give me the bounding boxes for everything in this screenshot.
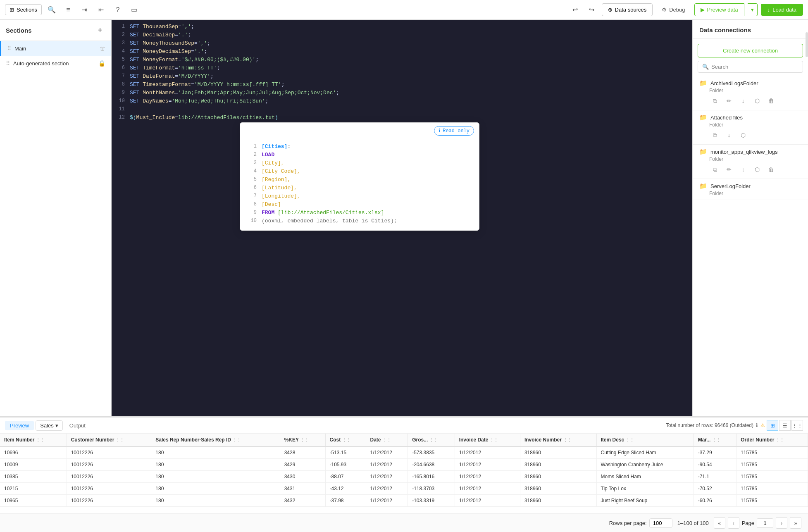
table-column-header[interactable]: Gros...⋮⋮ <box>408 434 455 446</box>
table-cell: 1/12/2012 <box>455 471 520 483</box>
associate-connection-button[interactable]: ⬡ <box>751 164 763 175</box>
next-page-button[interactable]: › <box>776 517 787 529</box>
edit-connection-button[interactable]: ✏ <box>723 95 735 107</box>
table-column-header[interactable]: Cost⋮⋮ <box>325 434 366 446</box>
create-connection-label: Create new connection <box>723 48 778 54</box>
table-column-header[interactable]: %KEY⋮⋮ <box>280 434 325 446</box>
redo-button[interactable]: ↪ <box>585 3 598 17</box>
read-only-badge[interactable]: ℹ Read only <box>434 126 474 136</box>
select-connection-button[interactable]: ↓ <box>723 129 735 141</box>
table-cell: -37.98 <box>325 495 366 507</box>
code-line: 11 <box>112 106 692 114</box>
select-connection-button[interactable]: ↓ <box>737 164 749 175</box>
popup-line-content: (ooxml, embedded labels, table is Cities… <box>262 218 397 224</box>
debug-button[interactable]: ⚙ Debug <box>656 4 691 16</box>
select-connection-button[interactable]: ↓ <box>737 95 749 107</box>
tab-output[interactable]: Output <box>64 421 91 430</box>
sort-icon: ⋮⋮ <box>342 438 350 442</box>
table-cell: -60.26 <box>694 495 736 507</box>
sort-icon: ⋮⋮ <box>712 438 720 442</box>
table-column-header[interactable]: Order Number⋮⋮ <box>736 434 808 446</box>
preview-data-icon: ▶ <box>701 7 705 13</box>
table-column-header[interactable]: Mar...⋮⋮ <box>694 434 736 446</box>
load-data-button[interactable]: ↓ Load data <box>761 4 803 16</box>
sections-toggle-button[interactable]: ⊞ Sections <box>5 4 42 15</box>
popup-header: ℹ Read only <box>240 123 479 139</box>
sidebar-item-main[interactable]: ⠿ Main 🗑 <box>0 41 111 56</box>
page-label: Page <box>742 520 754 526</box>
connections-list: 📁ArchivedLogsFolderFolder⧉✏↓⬡🗑📁Attached … <box>693 76 808 416</box>
outdent-button[interactable]: ⇤ <box>95 3 108 17</box>
table-cell: -165.8016 <box>408 471 455 483</box>
table-cell: 3428 <box>280 446 325 459</box>
first-page-button[interactable]: « <box>714 517 725 529</box>
table-cell: Moms Sliced Ham <box>596 471 694 483</box>
table-cell: 318960 <box>520 495 596 507</box>
scrollbar[interactable] <box>806 32 808 57</box>
table-cell: -88.07 <box>325 471 366 483</box>
drag-handle-icon: ⠿ <box>7 45 11 52</box>
grid-view-button[interactable]: ⊞ <box>767 420 778 431</box>
delete-section-icon[interactable]: 🗑 <box>100 45 105 52</box>
connection-item: 📁Attached filesFolder⧉↓⬡ <box>693 110 808 145</box>
help-button[interactable]: ? <box>111 3 124 17</box>
read-only-label: Read only <box>443 128 470 134</box>
code-editor[interactable]: 1SET ThousandSep=',';2SET DecimalSep='.'… <box>112 20 692 416</box>
line-content: SET MoneyThousandSep=','; <box>130 40 692 46</box>
rows-per-page-select[interactable]: 100 50 25 <box>649 518 672 528</box>
table-column-header[interactable]: Item Desc⋮⋮ <box>596 434 694 446</box>
table-column-header[interactable]: Sales Rep Number-Sales Rep ID⋮⋮ <box>151 434 280 446</box>
last-page-button[interactable]: » <box>790 517 801 529</box>
table-column-header[interactable]: Customer Number⋮⋮ <box>67 434 151 446</box>
table-cell: 1/12/2012 <box>455 495 520 507</box>
data-sources-button[interactable]: ⊕ Data sources <box>602 3 653 16</box>
sidebar-item-auto-generated[interactable]: ⠿ Auto-generated section 🔒 <box>0 56 111 71</box>
edit-connection-button[interactable]: ✏ <box>723 164 735 175</box>
format-button[interactable]: ≡ <box>62 3 75 17</box>
prev-page-button[interactable]: ‹ <box>728 517 739 529</box>
connections-search-input[interactable] <box>711 64 798 70</box>
associate-connection-button[interactable]: ⬡ <box>751 95 763 107</box>
sales-dropdown[interactable]: Sales ▾ <box>36 420 63 431</box>
table-column-header[interactable]: Invoice Number⋮⋮ <box>520 434 596 446</box>
snippet-button[interactable]: ▭ <box>128 3 141 17</box>
create-connection-button[interactable]: Create new connection <box>698 44 803 57</box>
table-cell: 180 <box>151 471 280 483</box>
indent-button[interactable]: ⇥ <box>78 3 91 17</box>
sidebar-add-section-button[interactable]: + <box>95 25 105 36</box>
copy-connection-button[interactable]: ⧉ <box>709 129 721 141</box>
table-column-header[interactable]: Date⋮⋮ <box>366 434 408 446</box>
table-column-header[interactable]: Item Number⋮⋮ <box>0 434 67 446</box>
page-number-input[interactable] <box>757 518 773 528</box>
table-row: 10965100122261803432-37.981/12/2012-103.… <box>0 495 808 507</box>
code-line: 1SET ThousandSep=','; <box>112 23 692 31</box>
table-cell: 318960 <box>520 446 596 459</box>
table-cell: Just Right Beef Soup <box>596 495 694 507</box>
delete-connection-button[interactable]: 🗑 <box>765 95 777 107</box>
associate-connection-button[interactable]: ⬡ <box>737 129 749 141</box>
table-row: 10009100122261803429-105.931/12/2012-204… <box>0 459 808 471</box>
code-line: 12$(Must_Include=lib://AttachedFiles/cit… <box>112 114 692 122</box>
copy-connection-button[interactable]: ⧉ <box>709 164 721 175</box>
preview-data-button[interactable]: ▶ Preview data <box>694 3 744 16</box>
table-column-header[interactable]: Invoice Date⋮⋮ <box>455 434 520 446</box>
copy-connection-button[interactable]: ⧉ <box>709 95 721 107</box>
code-line: 6SET TimeFormat='h:mm:ss TT'; <box>112 64 692 73</box>
tab-preview[interactable]: Preview <box>5 421 34 430</box>
compact-view-button[interactable]: ⋮⋮ <box>791 420 803 431</box>
delete-connection-button[interactable]: 🗑 <box>765 164 777 175</box>
editor-area: 1SET ThousandSep=',';2SET DecimalSep='.'… <box>112 20 692 416</box>
line-number: 5 <box>112 57 130 62</box>
popup-line-number: 3 <box>247 160 262 166</box>
sort-icon: ⋮⋮ <box>429 438 438 442</box>
preview-data-dropdown[interactable]: ▾ <box>748 3 758 16</box>
undo-button[interactable]: ↩ <box>569 3 582 17</box>
popup-line: 8 [Desc] <box>247 201 472 210</box>
code-line: 9SET MonthNames='Jan;Feb;Mar;Apr;May;Jun… <box>112 89 692 98</box>
line-content: SET ThousandSep=','; <box>130 24 692 30</box>
list-view-button[interactable]: ☰ <box>779 420 791 431</box>
search-button[interactable]: 🔍 <box>45 3 58 17</box>
table-cell: 10965 <box>0 495 67 507</box>
table-cell: -71.1 <box>694 471 736 483</box>
popup-line-number: 7 <box>247 193 262 199</box>
